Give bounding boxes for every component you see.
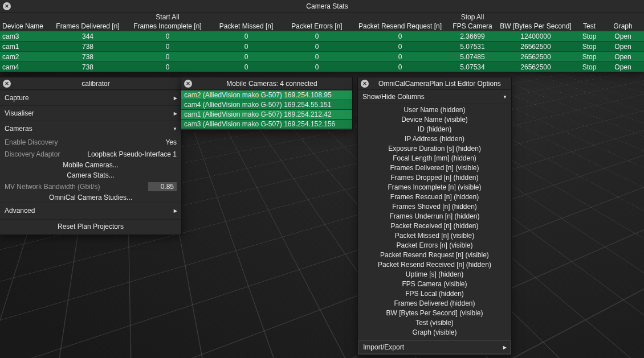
column-toggle-item[interactable]: IP Address (hidden): [358, 134, 511, 144]
section-label: Capture: [5, 94, 29, 102]
stop-button[interactable]: Stop: [574, 63, 604, 71]
close-icon[interactable]: ✕: [3, 2, 11, 10]
window-title: calibrator: [13, 80, 179, 88]
section-advanced[interactable]: Advanced ▶: [0, 203, 181, 218]
cell-packet-missed: 0: [211, 53, 282, 61]
close-icon[interactable]: ✕: [3, 80, 11, 88]
column-toggle-item[interactable]: Graph (visible): [358, 328, 511, 338]
column-toggle-item[interactable]: ID (hidden): [358, 125, 511, 134]
close-icon[interactable]: ✕: [361, 80, 369, 88]
camera-stats-link[interactable]: Camera Stats...: [0, 170, 181, 180]
column-toggle-item[interactable]: FPS Camera (visible): [358, 279, 511, 289]
stop-all-button[interactable]: Stop All: [448, 13, 497, 21]
camera-list: cam2 (AlliedVision mako G-507) 169.254.1…: [181, 90, 352, 129]
column-header-fps-camera: FPS Camera: [448, 22, 497, 30]
column-toggle-item[interactable]: User Name (hidden): [358, 105, 511, 115]
column-toggle-item[interactable]: Frames Dropped [n] (hidden): [358, 173, 511, 183]
column-header-packet-resend-request: Packet Resend Request [n]: [352, 22, 448, 30]
column-header-packet-missed: Packet Missed [n]: [211, 22, 282, 30]
open-graph-button[interactable]: Open: [604, 43, 642, 51]
column-toggle-item[interactable]: Frames Rescued [n] (hidden): [358, 192, 511, 202]
open-graph-button[interactable]: Open: [604, 32, 642, 40]
cell-packet-resend-request: 0: [352, 63, 448, 71]
column-toggle-item[interactable]: Frames Shoved [n] (hidden): [358, 202, 511, 212]
cell-device-name: cam3: [0, 32, 51, 40]
cell-bw: 12400000: [497, 32, 574, 40]
close-icon[interactable]: ✕: [184, 80, 192, 88]
camera-stats-window: ✕ Camera Stats Start All Stop All Device…: [0, 0, 644, 72]
cell-packet-resend-request: 0: [352, 32, 448, 40]
window-title: Camera Stats: [13, 2, 642, 10]
options-titlebar[interactable]: ✕ OmniCalCameraPlan List Editor Options: [358, 77, 511, 90]
discovery-adaptor-select[interactable]: Loopback Pseudo-Interface 1: [87, 150, 177, 158]
cell-bw: 26562500: [497, 53, 574, 61]
field-label: Discovery Adaptor: [5, 150, 60, 158]
column-toggle-item[interactable]: Packet Resend Received [n] (hidden): [358, 260, 511, 270]
column-toggle-item[interactable]: Packet Received [n] (hidden): [358, 221, 511, 231]
table-body: cam3 344 0 0 0 0 2.36699 12400000 Stop O…: [0, 31, 644, 72]
column-toggle-item[interactable]: Uptime [s] (hidden): [358, 270, 511, 279]
stop-button[interactable]: Stop: [574, 53, 604, 61]
omnical-camera-studies-link[interactable]: OmniCal Camera Studies...: [0, 192, 181, 203]
column-toggle-item[interactable]: Packet Missed [n] (visible): [358, 231, 511, 241]
cell-bw: 26562500: [497, 43, 574, 51]
mobile-cameras-titlebar[interactable]: ✕ Mobile Cameras: 4 connected: [181, 77, 352, 90]
section-label: Visualiser: [5, 109, 34, 117]
column-toggle-item[interactable]: Frames Underrun [n] (hidden): [358, 212, 511, 221]
calibrator-window: ✕ calibrator Capture ▶ Visualiser ▶ Came…: [0, 77, 181, 234]
column-toggle-item[interactable]: FPS Local (hidden): [358, 289, 511, 299]
cell-packet-resend-request: 0: [352, 53, 448, 61]
column-header-test: Test: [574, 22, 604, 30]
camera-list-item[interactable]: cam2 (AlliedVision mako G-507) 169.254.1…: [181, 90, 352, 100]
start-all-button[interactable]: Start All: [124, 13, 211, 21]
show-hide-columns-header[interactable]: Show/Hide Columns ▼: [358, 90, 511, 104]
section-label: Show/Hide Columns: [362, 93, 425, 101]
column-header-graph: Graph: [604, 22, 642, 30]
column-toggle-item[interactable]: Focal Length [mm] (hidden): [358, 154, 511, 163]
camera-list-item[interactable]: cam4 (AlliedVision mako G-507) 169.254.5…: [181, 100, 352, 109]
column-visibility-list: User Name (hidden) Device Name (visible)…: [358, 104, 511, 339]
enable-discovery-toggle[interactable]: Yes: [165, 138, 177, 146]
section-capture[interactable]: Capture ▶: [0, 90, 181, 105]
cell-packet-resend-request: 0: [352, 43, 448, 51]
camera-list-item[interactable]: cam3 (AlliedVision mako G-507) 169.254.1…: [181, 120, 352, 129]
cell-frames-delivered: 738: [51, 63, 124, 71]
cell-frames-incomplete: 0: [124, 43, 211, 51]
import-export-row[interactable]: Import/Export ▶: [358, 340, 511, 354]
column-toggle-item[interactable]: Device Name (visible): [358, 115, 511, 125]
column-toggle-item[interactable]: Frames Incomplete [n] (visible): [358, 183, 511, 192]
stop-button[interactable]: Stop: [574, 32, 604, 40]
camera-list-item[interactable]: cam1 (AlliedVision mako G-507) 169.254.2…: [181, 110, 352, 119]
open-graph-button[interactable]: Open: [604, 63, 642, 71]
mv-bandwidth-input[interactable]: 0.85: [148, 182, 177, 191]
column-toggle-item[interactable]: Frames Delivered (hidden): [358, 299, 511, 308]
column-toggle-item[interactable]: Frames Delivered [n] (visible): [358, 163, 511, 173]
chevron-right-icon: ▶: [174, 208, 177, 213]
section-label: Advanced: [5, 207, 35, 215]
column-header-bw: BW [Bytes Per Second]: [497, 22, 574, 30]
section-label: Import/Export: [363, 343, 404, 351]
open-graph-button[interactable]: Open: [604, 53, 642, 61]
chevron-right-icon: ▶: [174, 96, 177, 101]
section-cameras[interactable]: Cameras ▼: [0, 121, 181, 136]
cell-packet-missed: 0: [211, 63, 282, 71]
column-toggle-item[interactable]: Packet Resend Request [n] (visible): [358, 250, 511, 260]
column-header-frames-delivered: Frames Delivered [n]: [51, 22, 124, 30]
column-toggle-item[interactable]: Exposure Duration [s] (hidden): [358, 144, 511, 154]
cell-frames-incomplete: 0: [124, 63, 211, 71]
section-label: Cameras: [5, 125, 32, 133]
cell-frames-incomplete: 0: [124, 53, 211, 61]
camera-stats-titlebar[interactable]: ✕ Camera Stats: [0, 0, 644, 13]
calibrator-titlebar[interactable]: ✕ calibrator: [0, 77, 181, 90]
cell-frames-incomplete: 0: [124, 32, 211, 40]
section-visualiser[interactable]: Visualiser ▶: [0, 105, 181, 121]
reset-plan-projectors-button[interactable]: Reset Plan Projectors: [0, 219, 181, 233]
column-toggle-item[interactable]: BW [Bytes Per Second] (visible): [358, 308, 511, 318]
field-label: MV Network Bandwidth (Gbit/s): [5, 183, 100, 191]
column-toggle-item[interactable]: Packet Errors [n] (visible): [358, 241, 511, 250]
field-enable-discovery: Enable Discovery Yes: [0, 136, 181, 148]
column-toggle-item[interactable]: Test (visible): [358, 318, 511, 328]
mobile-cameras-link[interactable]: Mobile Cameras...: [0, 160, 181, 170]
stop-button[interactable]: Stop: [574, 43, 604, 51]
window-title: Mobile Cameras: 4 connected: [194, 80, 350, 88]
